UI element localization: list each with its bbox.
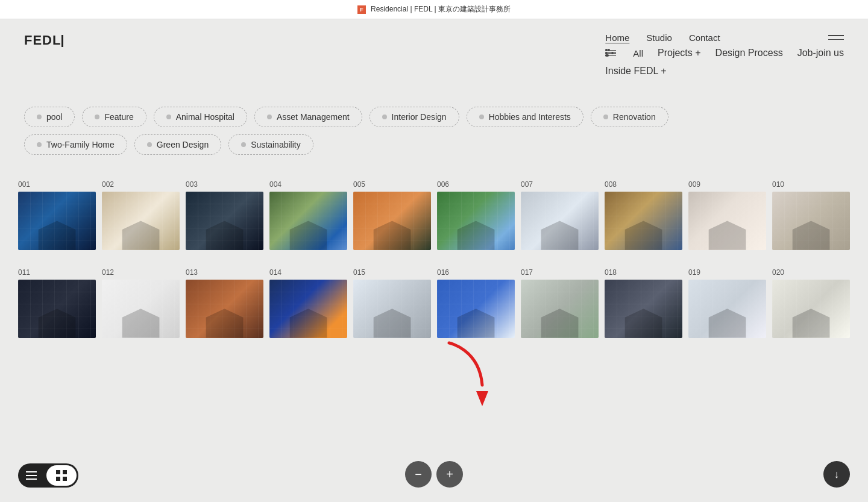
tag-pool[interactable]: pool bbox=[24, 107, 75, 127]
project-thumbnail[interactable] bbox=[605, 280, 682, 338]
tag-feature[interactable]: Feature bbox=[82, 107, 146, 127]
project-item-012[interactable]: 012 bbox=[102, 268, 180, 338]
project-item-005[interactable]: 005 bbox=[353, 180, 431, 250]
project-thumbnail[interactable] bbox=[688, 280, 766, 338]
tag-label: Sustainability bbox=[251, 140, 301, 149]
nav-all[interactable]: All bbox=[633, 48, 643, 58]
photo-inner bbox=[521, 192, 599, 250]
photo-lines bbox=[521, 192, 599, 250]
project-item-009[interactable]: 009 bbox=[688, 180, 766, 250]
project-number: 016 bbox=[437, 268, 515, 277]
project-thumbnail[interactable] bbox=[353, 192, 431, 250]
project-item-019[interactable]: 019 bbox=[688, 268, 766, 338]
tag-renovation[interactable]: Renovation bbox=[591, 107, 668, 127]
scroll-down-button[interactable]: ↓ bbox=[823, 461, 850, 488]
photo-inner bbox=[605, 192, 682, 250]
list-view-button[interactable] bbox=[18, 463, 45, 488]
project-thumbnail[interactable] bbox=[269, 192, 347, 250]
project-thumbnail[interactable] bbox=[269, 280, 347, 338]
project-item-015[interactable]: 015 bbox=[353, 268, 431, 338]
project-item-017[interactable]: 017 bbox=[521, 268, 599, 338]
project-item-011[interactable]: 011 bbox=[18, 268, 96, 338]
hamburger-menu[interactable] bbox=[828, 35, 844, 40]
project-thumbnail[interactable] bbox=[186, 280, 263, 338]
zoom-out-button[interactable]: − bbox=[405, 461, 432, 488]
project-thumbnail[interactable] bbox=[18, 280, 96, 338]
photo-inner bbox=[772, 280, 850, 338]
project-number: 002 bbox=[102, 180, 180, 189]
list-icon bbox=[26, 471, 37, 480]
project-thumbnail[interactable] bbox=[186, 192, 263, 250]
tag-interior-design[interactable]: Interior Design bbox=[370, 107, 459, 127]
nav-job-join[interactable]: Job-join us bbox=[797, 48, 844, 58]
svg-rect-4 bbox=[56, 470, 60, 474]
tag-asset-management[interactable]: Asset Management bbox=[254, 107, 362, 127]
tag-dot bbox=[241, 142, 246, 147]
project-thumbnail[interactable] bbox=[102, 280, 180, 338]
project-number: 009 bbox=[688, 180, 766, 189]
photo-inner bbox=[437, 192, 515, 250]
project-item-013[interactable]: 013 bbox=[186, 268, 263, 338]
project-item-006[interactable]: 006 bbox=[437, 180, 515, 250]
photo-inner bbox=[269, 192, 347, 250]
project-item-003[interactable]: 003 bbox=[186, 180, 263, 250]
project-number: 012 bbox=[102, 268, 180, 277]
photo-inner bbox=[437, 280, 515, 338]
grid-view-button[interactable] bbox=[46, 465, 77, 486]
zoom-in-button[interactable]: + bbox=[436, 461, 463, 488]
project-number: 015 bbox=[353, 268, 431, 277]
tag-animal-hospital[interactable]: Animal Hospital bbox=[154, 107, 247, 127]
project-number: 005 bbox=[353, 180, 431, 189]
tag-dot bbox=[37, 142, 42, 147]
project-item-002[interactable]: 002 bbox=[102, 180, 180, 250]
svg-rect-6 bbox=[56, 477, 60, 481]
project-thumbnail[interactable] bbox=[437, 192, 515, 250]
project-thumbnail[interactable] bbox=[772, 192, 850, 250]
nav-design-process[interactable]: Design Process bbox=[715, 48, 783, 58]
nav-inside-fedl[interactable]: Inside FEDL + bbox=[605, 66, 666, 76]
project-thumbnail[interactable] bbox=[437, 280, 515, 338]
logo[interactable]: FEDL bbox=[24, 33, 63, 48]
project-item-018[interactable]: 018 bbox=[605, 268, 682, 338]
nav-home[interactable]: Home bbox=[605, 33, 629, 43]
nav-projects[interactable]: Projects + bbox=[658, 48, 701, 58]
photo-lines bbox=[269, 280, 347, 338]
project-thumbnail[interactable] bbox=[521, 192, 599, 250]
project-thumbnail[interactable] bbox=[688, 192, 766, 250]
svg-rect-3 bbox=[26, 478, 37, 480]
tag-green-design[interactable]: Green Design bbox=[134, 134, 221, 155]
project-thumbnail[interactable] bbox=[18, 192, 96, 250]
project-thumbnail[interactable] bbox=[353, 280, 431, 338]
nav-studio[interactable]: Studio bbox=[646, 33, 672, 43]
photo-lines bbox=[605, 192, 682, 250]
bottom-center-controls: − + bbox=[405, 461, 463, 488]
project-item-008[interactable]: 008 bbox=[605, 180, 682, 250]
project-item-016[interactable]: 016 bbox=[437, 268, 515, 338]
project-thumbnail[interactable] bbox=[605, 192, 682, 250]
tag-hobbies-interests[interactable]: Hobbies and Interests bbox=[467, 107, 583, 127]
tags-row-1: pool Feature Animal Hospital Asset Manag… bbox=[24, 107, 844, 127]
project-item-010[interactable]: 010 bbox=[772, 180, 850, 250]
photo-inner bbox=[688, 280, 766, 338]
browser-title: Residencial | FEDL | 東京の建築設計事務所 bbox=[371, 4, 511, 14]
nav-contact[interactable]: Contact bbox=[689, 33, 720, 43]
project-item-007[interactable]: 007 bbox=[521, 180, 599, 250]
project-number: 003 bbox=[186, 180, 263, 189]
projects-grid: 001 002 003 004 005 bbox=[18, 180, 850, 338]
project-number: 014 bbox=[269, 268, 347, 277]
filter-icon[interactable] bbox=[605, 50, 616, 57]
photo-lines bbox=[353, 192, 431, 250]
project-thumbnail[interactable] bbox=[772, 280, 850, 338]
tag-two-family-home[interactable]: Two-Family Home bbox=[24, 134, 127, 155]
project-item-014[interactable]: 014 bbox=[269, 268, 347, 338]
tag-dot bbox=[166, 115, 171, 119]
svg-rect-1 bbox=[26, 471, 37, 472]
project-item-001[interactable]: 001 bbox=[18, 180, 96, 250]
tag-sustainability[interactable]: Sustainability bbox=[228, 134, 313, 155]
project-thumbnail[interactable] bbox=[102, 192, 180, 250]
project-thumbnail[interactable] bbox=[521, 280, 599, 338]
project-item-020[interactable]: 020 bbox=[772, 268, 850, 338]
photo-inner bbox=[353, 192, 431, 250]
photo-inner bbox=[353, 280, 431, 338]
project-item-004[interactable]: 004 bbox=[269, 180, 347, 250]
